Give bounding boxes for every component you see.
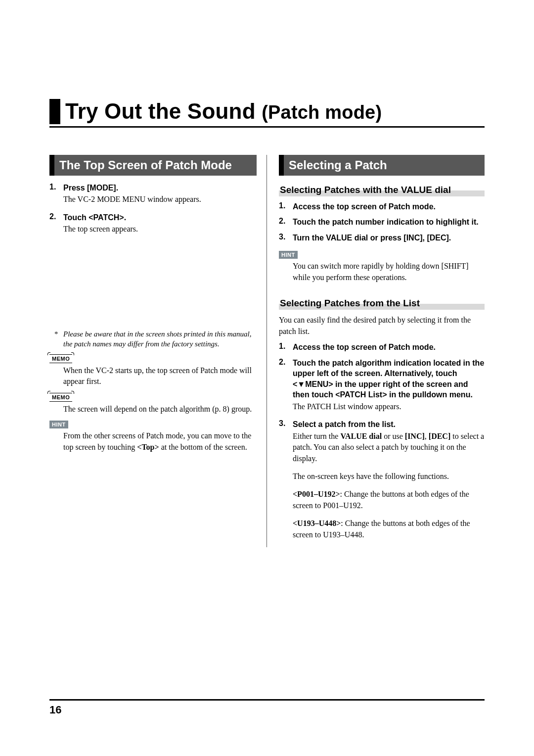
section-selecting-patch: Selecting a Patch [279,155,485,176]
sub2-step-1: Access the top screen of Patch mode. [279,342,485,353]
subsection-value-dial: Selecting Patches with the VALUE dial [279,184,485,196]
right-column: Selecting a Patch Selecting Patches with… [267,155,485,547]
page: Try Out the Sound (Patch mode) The Top S… [0,0,534,756]
page-title: Try Out the Sound (Patch mode) [65,99,382,124]
left-hint-text: From the other screens of Patch mode, yo… [63,430,257,453]
sub2-step-2: Touch the patch algorithm indication loc… [279,358,485,413]
left-memo-2: MEMO The screen will depend on the patch… [49,392,257,415]
left-steps: Press [MODE]. The VC-2 MODE MENU window … [49,183,257,235]
t: [DEC] [429,432,450,440]
sub1-steps: Access the top screen of Patch mode. Tou… [279,201,485,243]
t: [INC] [405,432,425,440]
t: <U193–U448> [293,519,341,527]
sub1-hint: HINT You can switch more rapidly by hold… [279,250,485,283]
memo-icon: MEMO [49,354,72,363]
sub2-steps: Access the top screen of Patch mode. Tou… [279,342,485,540]
sub1-step-3-head: Turn the VALUE dial or press [INC], [DEC… [293,233,485,243]
sub1-step-3: Turn the VALUE dial or press [INC], [DEC… [279,233,485,243]
sub1-step-1: Access the top screen of Patch mode. [279,201,485,212]
page-title-paren: (Patch mode) [262,102,382,123]
subsection-from-list: Selecting Patches from the List [279,297,485,310]
left-memo-1: MEMO When the VC-2 starts up, the top sc… [49,354,257,387]
left-step-1-body: The VC-2 MODE MENU window appears. [63,194,257,205]
hint-icon: HINT [49,421,68,428]
section-top-screen: The Top Screen of Patch Mode [49,155,257,176]
title-accent-bar [49,99,60,124]
sub1-step-1-head: Access the top screen of Patch mode. [293,201,485,212]
sub2-step-3-head: Select a patch from the list. [293,419,485,430]
left-hint-post: at the bottom of the screen. [159,443,247,451]
left-memo-1-text: When the VC-2 starts up, the top screen … [63,365,257,387]
hint-icon: HINT [279,251,298,259]
memo-icon: MEMO [49,393,72,402]
t: or use [382,432,405,440]
sub2-step-3-p1: Either turn the VALUE dial or use [INC],… [293,431,485,464]
left-footnote: Please be aware that in the screen shots… [49,329,257,349]
sub1-step-2-head: Touch the patch number indication to hig… [293,217,485,228]
sub2-step-3-p3: <P001–U192>: Change the buttons at both … [293,489,485,511]
sub2-step-2-body: The PATCH List window appears. [293,401,485,412]
page-number: 16 [49,699,485,716]
content-columns: The Top Screen of Patch Mode Press [MODE… [49,155,485,547]
sub2-step-1-head: Access the top screen of Patch mode. [293,342,485,353]
left-step-1: Press [MODE]. The VC-2 MODE MENU window … [49,183,257,205]
page-title-block: Try Out the Sound (Patch mode) [49,99,485,128]
left-memo-2-text: The screen will depend on the patch algo… [63,404,257,415]
sub2-step-3-p2: The on-screen keys have the following fu… [293,471,485,482]
t: VALUE dial [340,432,382,440]
t: , [425,432,429,440]
left-hint: HINT From the other screens of Patch mod… [49,420,257,453]
sub1-step-2: Touch the patch number indication to hig… [279,217,485,228]
sub2-step-3: Select a patch from the list. Either tur… [279,419,485,540]
t: Either turn the [293,432,340,440]
left-hint-bold: <Top> [137,443,159,451]
sub2-step-3-p4: <U193–U448>: Change the buttons at both … [293,518,485,540]
t: <P001–U192> [293,490,340,498]
left-step-2: Touch <PATCH>. The top screen appears. [49,212,257,235]
left-step-2-body: The top screen appears. [63,224,257,235]
left-step-2-head: Touch <PATCH>. [63,212,257,223]
sub2-step-2-head: Touch the patch algorithm indication loc… [293,358,485,400]
sub2-intro: You can easily find the desired patch by… [279,315,485,337]
left-column: The Top Screen of Patch Mode Press [MODE… [49,155,267,547]
sub1-hint-text: You can switch more rapidly by holding d… [293,261,485,283]
page-title-main: Try Out the Sound [65,99,262,123]
left-step-1-head: Press [MODE]. [63,183,257,193]
